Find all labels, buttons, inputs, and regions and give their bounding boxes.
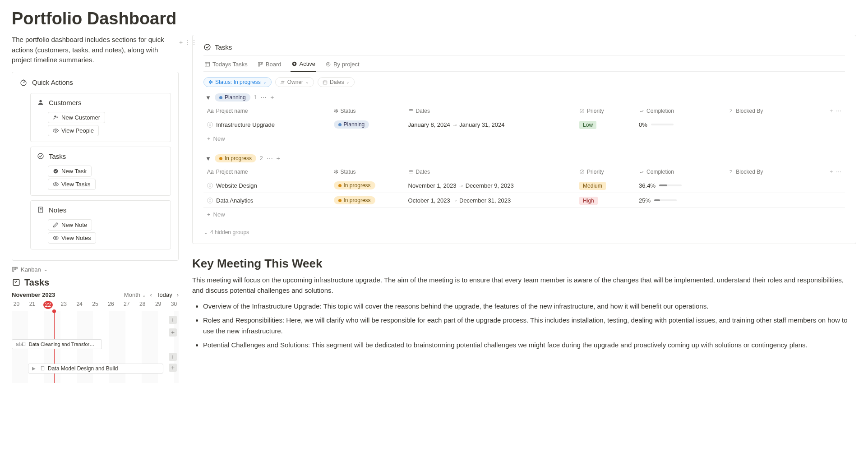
task-check-icon bbox=[203, 43, 211, 51]
group-toggle-icon[interactable]: ▼ bbox=[205, 94, 211, 101]
status-badge: Planning bbox=[334, 120, 369, 129]
view-tasks-label: View Tasks bbox=[61, 181, 91, 188]
add-block-icon[interactable]: + bbox=[179, 39, 183, 46]
timeline-scale-select[interactable]: Month ⌄ bbox=[124, 291, 146, 298]
column-menu-button[interactable]: ⋯ bbox=[836, 108, 841, 114]
timeline-today-button[interactable]: Today bbox=[157, 291, 172, 298]
timeline-add-button-3[interactable]: + bbox=[169, 353, 177, 361]
target-icon bbox=[325, 61, 331, 67]
tab-board[interactable]: Board bbox=[257, 60, 282, 71]
add-column-button[interactable]: + bbox=[830, 108, 833, 114]
tasks-panel-title: Tasks bbox=[215, 43, 232, 51]
timeline-bar-data-model[interactable]: ▶ Data Model Design and Build bbox=[28, 364, 163, 374]
tasks-section: Tasks New Task View Tasks bbox=[30, 147, 171, 196]
page-title: Portfolio Dashboard bbox=[12, 9, 856, 28]
timeline-add-button-2[interactable]: + bbox=[169, 328, 177, 337]
left-tasks-title: Tasks bbox=[24, 277, 49, 288]
task-check-icon bbox=[37, 152, 44, 160]
svg-rect-11 bbox=[16, 267, 17, 269]
status-tag-inprogress[interactable]: In progress bbox=[215, 154, 256, 162]
page-description: The portfolio dashboard includes section… bbox=[12, 35, 174, 65]
table-row[interactable]: Website DesignIn progressNovember 1, 202… bbox=[203, 178, 845, 193]
tasks-title: Tasks bbox=[49, 152, 66, 160]
view-notes-button[interactable]: View Notes bbox=[48, 232, 96, 244]
hidden-groups-toggle[interactable]: ⌄ 4 hidden groups bbox=[203, 229, 845, 235]
view-tasks-button[interactable]: View Tasks bbox=[48, 179, 96, 190]
col-priority-label: Priority bbox=[587, 169, 604, 175]
group-menu-button[interactable]: ⋯ bbox=[260, 94, 267, 101]
col-completion-label: Completion bbox=[646, 169, 674, 175]
person-icon bbox=[37, 99, 44, 106]
calendar-icon bbox=[408, 108, 414, 114]
group-add-button[interactable]: + bbox=[277, 155, 280, 162]
tab-board-label: Board bbox=[266, 61, 282, 68]
new-row-planning[interactable]: +New bbox=[203, 132, 845, 145]
timeline-date: 26 bbox=[106, 301, 115, 309]
star-icon bbox=[291, 61, 297, 67]
dates-cell: October 1, 2023 → December 31, 2023 bbox=[405, 193, 576, 208]
svg-point-2 bbox=[54, 115, 56, 117]
doc-icon bbox=[40, 366, 45, 371]
svg-rect-9 bbox=[13, 267, 14, 271]
quick-actions-card: Quick Actions Customers New Customer bbox=[12, 72, 179, 261]
column-menu-button[interactable]: ⋯ bbox=[836, 169, 841, 175]
col-status-label: Status bbox=[341, 108, 356, 114]
dates-cell: November 1, 2023 → December 9, 2023 bbox=[405, 178, 576, 193]
timeline-date: 20 bbox=[12, 301, 21, 309]
person-plus-icon bbox=[53, 115, 59, 120]
filter-owner[interactable]: Owner ⌄ bbox=[275, 77, 314, 87]
inprogress-table: AaProject name ✻Status Dates Priority Co… bbox=[203, 166, 845, 208]
svg-rect-12 bbox=[13, 279, 19, 285]
relation-icon bbox=[728, 169, 734, 175]
svg-rect-26 bbox=[409, 110, 413, 113]
tab-todays-tasks[interactable]: Todays Tasks bbox=[203, 60, 249, 71]
timeline-add-button-4[interactable]: + bbox=[169, 364, 177, 372]
table-row[interactable]: Infrastructure UpgradePlanningJanuary 8,… bbox=[203, 117, 845, 132]
status-tag-planning[interactable]: Planning bbox=[215, 93, 250, 101]
notes-title: Notes bbox=[49, 206, 66, 214]
new-row-inprogress[interactable]: +New bbox=[203, 208, 845, 221]
people-icon bbox=[280, 80, 285, 85]
col-priority-label: Priority bbox=[587, 108, 604, 114]
timeline-date-row: 2021222324252627282930 bbox=[12, 301, 179, 309]
group-toggle-icon[interactable]: ▼ bbox=[205, 155, 211, 162]
eye-icon bbox=[53, 181, 59, 187]
calendar-icon bbox=[323, 80, 328, 85]
new-task-button[interactable]: New Task bbox=[48, 166, 92, 177]
filter-status[interactable]: ✻ Status: In progress ⌄ bbox=[203, 77, 272, 87]
project-name: Website Design bbox=[216, 182, 257, 189]
tab-active[interactable]: Active bbox=[291, 60, 316, 72]
kanban-view-toggle[interactable]: Kanban ⌄ bbox=[12, 266, 179, 273]
drag-handle-icon[interactable]: ⋮⋮ bbox=[185, 39, 197, 46]
timeline-bar-data-cleaning[interactable]: ata Data Cleaning and Transformation bbox=[12, 339, 102, 349]
filter-dates[interactable]: Dates ⌄ bbox=[318, 77, 355, 87]
table-row[interactable]: Data AnalyticsIn progressOctober 1, 2023… bbox=[203, 193, 845, 208]
select-icon bbox=[579, 169, 585, 175]
select-icon bbox=[579, 108, 585, 114]
status-spinner-icon: ✻ bbox=[334, 108, 338, 114]
svg-point-6 bbox=[55, 183, 56, 184]
new-task-label: New Task bbox=[61, 168, 87, 175]
tab-by-project[interactable]: By project bbox=[324, 60, 360, 71]
timeline-date: 28 bbox=[138, 301, 147, 309]
svg-point-27 bbox=[580, 109, 584, 113]
priority-badge: Medium bbox=[579, 182, 606, 190]
timeline-prev-button[interactable]: ‹ bbox=[150, 291, 152, 298]
timeline-add-button-1[interactable]: + bbox=[169, 316, 177, 324]
status-spinner-icon: ✻ bbox=[334, 169, 338, 175]
relation-icon bbox=[728, 108, 734, 114]
tab-active-label: Active bbox=[300, 60, 315, 67]
group-menu-button[interactable]: ⋯ bbox=[267, 155, 273, 162]
tab-by-project-label: By project bbox=[333, 61, 360, 68]
group-add-button[interactable]: + bbox=[270, 94, 274, 101]
new-customer-button[interactable]: New Customer bbox=[48, 112, 105, 123]
new-customer-label: New Customer bbox=[61, 114, 100, 121]
add-column-button[interactable]: + bbox=[830, 169, 833, 175]
timeline-next-button[interactable]: › bbox=[177, 291, 179, 298]
view-people-button[interactable]: View People bbox=[48, 125, 99, 136]
svg-rect-10 bbox=[14, 267, 16, 270]
new-note-button[interactable]: New Note bbox=[48, 219, 92, 231]
filter-status-label: Status: In progress bbox=[215, 79, 261, 85]
svg-rect-19 bbox=[262, 62, 263, 64]
timeline-body[interactable]: + + ata Data Cleaning and Transformation… bbox=[12, 311, 179, 383]
